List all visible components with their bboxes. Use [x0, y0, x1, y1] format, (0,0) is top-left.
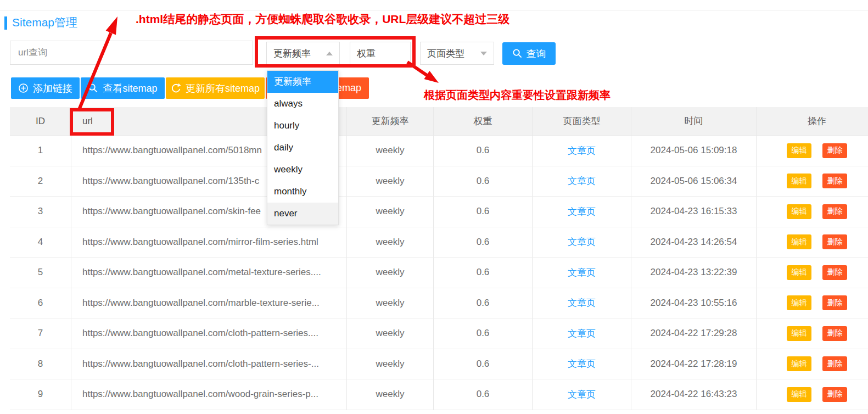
search-button[interactable]: 查询: [502, 42, 556, 65]
edit-button[interactable]: 编辑: [787, 143, 811, 158]
row-type-cell: 文章页: [533, 197, 631, 227]
row-weight: 0.6: [434, 136, 533, 166]
edit-button[interactable]: 编辑: [787, 234, 811, 249]
table-row: 3 https://www.bangtuowallpanel.com/skin-…: [10, 197, 868, 227]
delete-button[interactable]: 删除: [822, 174, 847, 188]
page-type-link[interactable]: 文章页: [568, 388, 596, 401]
annotation-update-frequency: 根据页面类型内容重要性设置跟新频率: [424, 88, 611, 103]
table-row: 9 https://www.bangtuowallpanel.com/wood-…: [10, 379, 868, 410]
weight-select-label: 权重: [357, 47, 376, 60]
table-row: 5 https://www.bangtuowallpanel.com/metal…: [10, 258, 868, 288]
table-body: 1 https://www.bangtuowallpanel.com/5018m…: [10, 136, 868, 410]
row-frequency: weekly: [347, 349, 434, 379]
page-type-link[interactable]: 文章页: [568, 296, 596, 309]
dropdown-option[interactable]: hourly: [267, 115, 338, 137]
delete-button[interactable]: 删除: [822, 356, 847, 371]
row-frequency: weekly: [347, 318, 434, 349]
row-id: 1: [10, 136, 71, 166]
row-weight: 0.6: [434, 318, 533, 349]
row-actions: 编辑 删除: [757, 288, 868, 318]
row-time: 2024-04-22 16:43:23: [631, 379, 757, 410]
column-header-freq: 更新频率: [347, 107, 434, 135]
dropdown-option[interactable]: monthly: [267, 181, 338, 203]
row-id: 6: [10, 288, 71, 318]
delete-button[interactable]: 删除: [822, 387, 847, 402]
page-type-link[interactable]: 文章页: [568, 236, 596, 248]
title-accent-bar: [4, 16, 7, 30]
page-type-link[interactable]: 文章页: [568, 327, 596, 340]
arrow-up-icon: [106, 16, 117, 35]
edit-button[interactable]: 编辑: [787, 326, 811, 341]
row-type-cell: 文章页: [533, 227, 631, 258]
delete-button[interactable]: 删除: [822, 265, 847, 280]
row-id: 2: [10, 166, 71, 197]
edit-button[interactable]: 编辑: [787, 174, 811, 188]
row-actions: 编辑 删除: [757, 318, 868, 349]
edit-button[interactable]: 编辑: [787, 204, 811, 219]
row-url: https://www.bangtuowallpanel.com/mirror-…: [71, 227, 347, 258]
row-frequency: weekly: [347, 288, 434, 318]
row-type-cell: 文章页: [533, 136, 631, 166]
delete-button[interactable]: 删除: [822, 204, 847, 219]
delete-button[interactable]: 删除: [822, 326, 847, 341]
row-url: https://www.bangtuowallpanel.com/cloth-p…: [71, 318, 347, 349]
annotation-static-pages: .html结尾的静态页面，方便蜘蛛爬取谷歌收录，URL层级建议不超过三级: [136, 12, 509, 27]
search-icon: [512, 48, 523, 59]
sitemap-admin-page: Sitemap管理 .html结尾的静态页面，方便蜘蛛爬取谷歌收录，URL层级建…: [0, 0, 868, 414]
page-type-link[interactable]: 文章页: [568, 357, 596, 370]
page-type-select[interactable]: 页面类型: [420, 42, 494, 65]
row-url: https://www.bangtuowallpanel.com/wood-gr…: [71, 379, 347, 410]
row-time: 2024-04-22 17:29:28: [631, 318, 757, 349]
row-weight: 0.6: [434, 197, 533, 227]
row-type-cell: 文章页: [533, 349, 631, 379]
view-sitemap-button[interactable]: 查看sitemap: [81, 77, 165, 99]
row-actions: 编辑 删除: [757, 166, 868, 197]
delete-button[interactable]: 删除: [822, 295, 847, 310]
column-header-id: ID: [10, 107, 71, 135]
add-link-button[interactable]: 添加链接: [11, 77, 80, 99]
dropdown-option[interactable]: never: [267, 203, 338, 225]
row-actions: 编辑 删除: [757, 379, 868, 410]
page-type-link[interactable]: 文章页: [568, 144, 596, 157]
column-header-type: 页面类型: [533, 107, 631, 135]
row-time: 2024-04-23 16:15:33: [631, 197, 757, 227]
chevron-down-icon: [480, 52, 487, 55]
table-row: 1 https://www.bangtuowallpanel.com/5018m…: [10, 136, 868, 166]
edit-button[interactable]: 编辑: [787, 265, 811, 280]
dropdown-option[interactable]: daily: [267, 137, 338, 159]
row-actions: 编辑 删除: [757, 197, 868, 227]
row-id: 9: [10, 379, 71, 410]
page-type-link[interactable]: 文章页: [568, 266, 596, 279]
frequency-select[interactable]: 更新频率: [266, 42, 340, 65]
chevron-up-icon: [326, 52, 333, 55]
row-weight: 0.6: [434, 166, 533, 197]
search-button-label: 查询: [527, 47, 546, 60]
plus-circle-icon: [18, 83, 29, 93]
edit-button[interactable]: 编辑: [787, 356, 811, 371]
dropdown-option[interactable]: 更新频率: [267, 71, 338, 93]
dropdown-option[interactable]: weekly: [267, 159, 338, 181]
update-all-sitemap-button[interactable]: 更新所有sitemap: [166, 77, 265, 99]
column-header-time: 时间: [631, 107, 757, 135]
dropdown-option[interactable]: always: [267, 93, 338, 115]
weight-select[interactable]: 权重: [350, 42, 411, 65]
row-weight: 0.6: [434, 349, 533, 379]
table-row: 2 https://www.bangtuowallpanel.com/135th…: [10, 166, 868, 197]
table-row: 4 https://www.bangtuowallpanel.com/mirro…: [10, 227, 868, 258]
page-type-select-label: 页面类型: [427, 47, 464, 60]
page-type-link[interactable]: 文章页: [568, 205, 596, 218]
row-frequency: weekly: [347, 136, 434, 166]
row-type-cell: 文章页: [533, 318, 631, 349]
row-id: 3: [10, 197, 71, 227]
frequency-dropdown-list: 更新频率alwayshourlydailyweeklymonthlynever: [267, 70, 339, 225]
delete-button[interactable]: 删除: [822, 143, 847, 158]
url-search-input[interactable]: [10, 41, 253, 65]
search-icon: [88, 83, 98, 93]
edit-button[interactable]: 编辑: [787, 295, 811, 310]
table-row: 7 https://www.bangtuowallpanel.com/cloth…: [10, 318, 868, 349]
update-all-sitemap-label: 更新所有sitemap: [186, 82, 260, 95]
sitemap-table: ID url 更新频率 权重 页面类型 时间 操作 1 https://www.…: [10, 107, 868, 410]
delete-button[interactable]: 删除: [822, 234, 847, 249]
edit-button[interactable]: 编辑: [787, 387, 811, 402]
page-type-link[interactable]: 文章页: [568, 175, 596, 187]
